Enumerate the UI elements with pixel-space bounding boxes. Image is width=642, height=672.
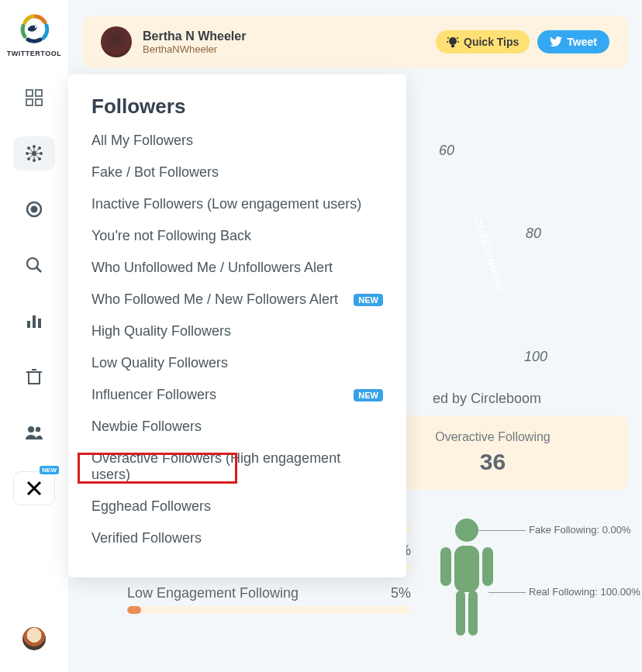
- popover-item[interactable]: All My Followers: [68, 125, 406, 157]
- network-icon: [24, 143, 44, 164]
- person-icon: [431, 516, 524, 648]
- svg-rect-27: [33, 315, 36, 328]
- gauge-tick-80: 80: [526, 226, 541, 242]
- popover-item[interactable]: Who Unfollowed Me / Unfollowers Alert: [68, 252, 406, 284]
- nav-x[interactable]: NEW: [13, 471, 55, 505]
- bar-label: Low Engagement Following: [127, 585, 299, 601]
- popover-item[interactable]: Fake / Bot Followers: [68, 157, 406, 188]
- user-avatar-small[interactable]: [22, 627, 46, 650]
- twitter-icon: [550, 36, 562, 47]
- dashboard-icon: [26, 89, 43, 106]
- quick-tips-button[interactable]: Quick Tips: [436, 30, 530, 53]
- bar-pct: 5%: [391, 585, 411, 601]
- popover-item[interactable]: High Quality Followers: [68, 315, 406, 347]
- quick-tips-label: Quick Tips: [464, 36, 519, 48]
- popover-item-label: Newbie Followers: [91, 419, 202, 435]
- svg-point-0: [35, 26, 36, 28]
- nav-people[interactable]: [13, 415, 55, 450]
- popover-item-label: Who Followed Me / New Followers Alert: [91, 291, 338, 308]
- popover-item-label: Low Quality Followers: [91, 355, 228, 371]
- followers-popover: Followers All My FollowersFake / Bot Fol…: [68, 74, 406, 577]
- svg-line-18: [29, 148, 34, 153]
- tweet-label: Tweet: [567, 36, 597, 48]
- svg-rect-45: [468, 591, 478, 636]
- svg-line-20: [29, 153, 34, 159]
- popover-item[interactable]: Newbie Followers: [68, 411, 406, 443]
- svg-rect-28: [38, 319, 41, 328]
- top-user-card: Bertha N Wheeler BerthaNWheeler Quick Ti…: [82, 16, 628, 68]
- target-icon: [26, 201, 43, 218]
- popover-item-label: Verified Followers: [91, 530, 202, 546]
- svg-point-24: [27, 258, 38, 269]
- svg-point-23: [31, 206, 38, 213]
- nav-trash[interactable]: [13, 360, 55, 394]
- brand-name: TWITTERTOOL: [7, 50, 61, 57]
- popover-item[interactable]: Egghead Followers: [68, 491, 406, 522]
- app-logo: [16, 11, 52, 47]
- popover-item[interactable]: Verified Followers: [68, 522, 406, 554]
- nav-analytics[interactable]: [13, 304, 55, 338]
- anno-fake: Fake Following: 0.00%: [529, 524, 631, 536]
- svg-line-25: [36, 267, 41, 272]
- popover-item-label: All My Followers: [91, 133, 193, 149]
- svg-rect-2: [36, 90, 42, 96]
- svg-rect-35: [451, 45, 454, 47]
- popover-item[interactable]: Overactive Followers (High engagement us…: [68, 443, 406, 491]
- stat-value: 36: [480, 449, 506, 475]
- stat-label: Overactive Following: [435, 430, 551, 444]
- svg-point-37: [457, 37, 458, 39]
- body-graphic: Fake Following: 0.00% Real Following: 10…: [426, 521, 628, 628]
- svg-line-21: [34, 153, 40, 159]
- anno-real: Real Following: 100.00%: [529, 586, 640, 598]
- sidebar: TWITTERTOOL NEW: [0, 0, 68, 672]
- nav-search[interactable]: [13, 248, 55, 282]
- anno-line: [488, 592, 526, 593]
- popover-item[interactable]: You're not Following Back: [68, 220, 406, 252]
- popover-list: All My FollowersFake / Bot FollowersInac…: [68, 125, 406, 554]
- svg-point-36: [447, 37, 449, 39]
- gauge-tick-100: 100: [524, 349, 547, 365]
- popover-item-label: Influencer Followers: [91, 387, 216, 403]
- popover-item[interactable]: Who Followed Me / New Followers AlertNEW: [68, 284, 406, 315]
- popover-item-label: Overactive Followers (High engagement us…: [91, 450, 383, 483]
- search-icon: [26, 257, 43, 274]
- bulb-icon: [447, 36, 459, 48]
- anno-line: [475, 530, 526, 531]
- nav-network[interactable]: [13, 136, 55, 171]
- svg-rect-44: [456, 591, 465, 636]
- people-icon: [25, 425, 43, 440]
- svg-rect-42: [440, 547, 451, 586]
- user-avatar: [101, 26, 132, 57]
- svg-point-38: [447, 41, 448, 43]
- new-badge: NEW: [354, 294, 383, 306]
- svg-rect-3: [26, 99, 33, 105]
- svg-point-32: [28, 426, 34, 432]
- popover-item-label: High Quality Followers: [91, 323, 231, 339]
- svg-rect-4: [36, 99, 42, 105]
- nav: NEW: [13, 81, 55, 505]
- user-handle: BerthaNWheeler: [143, 43, 246, 55]
- analytics-icon: [26, 312, 43, 329]
- x-logo-icon: [26, 481, 42, 496]
- gauge-tick-60: 60: [439, 143, 454, 159]
- svg-rect-26: [27, 321, 30, 328]
- top-actions: Quick Tips Tweet: [436, 30, 609, 53]
- popover-item[interactable]: Low Quality Followers: [68, 347, 406, 379]
- nav-dashboard[interactable]: [13, 81, 55, 115]
- user-block: Bertha N Wheeler BerthaNWheeler: [143, 29, 246, 55]
- new-badge: NEW: [354, 389, 383, 401]
- svg-point-39: [457, 41, 459, 43]
- svg-point-34: [449, 37, 457, 45]
- popover-item-label: Inactive Followers (Low engagement users…: [91, 196, 361, 212]
- popover-item[interactable]: Inactive Followers (Low engagement users…: [68, 188, 406, 220]
- new-badge: NEW: [40, 466, 59, 474]
- svg-rect-43: [482, 547, 493, 586]
- popover-item[interactable]: Influencer FollowersNEW: [68, 379, 406, 411]
- popover-item-label: You're not Following Back: [91, 228, 251, 244]
- powered-by: ed by Circleboom: [433, 391, 541, 407]
- tweet-button[interactable]: Tweet: [537, 30, 609, 53]
- nav-target[interactable]: [13, 192, 55, 226]
- svg-rect-41: [454, 546, 479, 592]
- bar-row-low: Low Engagement Following 5%: [127, 585, 411, 614]
- gauge-label: OUTSTANDING: [472, 217, 506, 293]
